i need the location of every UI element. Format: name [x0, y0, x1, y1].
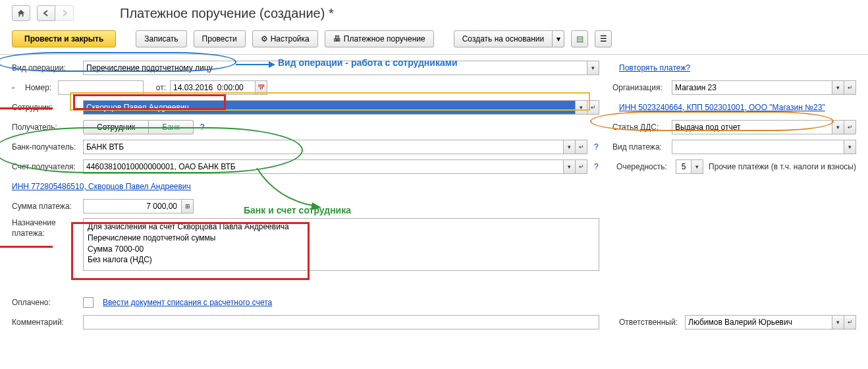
- paid-checkbox[interactable]: [83, 297, 94, 308]
- amount-calc[interactable]: ⊞: [182, 199, 194, 213]
- date-label: от:: [144, 83, 170, 92]
- employee-dropdown[interactable]: ▾: [576, 100, 587, 115]
- repeat-payment-link[interactable]: Повторять платеж?: [619, 63, 690, 72]
- bank-open[interactable]: ↵: [576, 140, 587, 154]
- priority-field[interactable]: [676, 159, 692, 174]
- recipient-tab-employee[interactable]: Сотрудник: [83, 120, 149, 134]
- bank-dropdown[interactable]: ▾: [564, 140, 576, 154]
- priority-dropdown[interactable]: ▾: [692, 159, 703, 174]
- op-type-label: Вид операции:: [12, 63, 83, 72]
- employee-label: Сотрудник:: [12, 103, 83, 112]
- amount-field[interactable]: [83, 199, 182, 213]
- account-label: Счет получателя:: [12, 162, 83, 171]
- responsible-field[interactable]: [685, 315, 832, 329]
- recipient-label: Получатель:: [12, 123, 83, 132]
- account-open[interactable]: ↵: [576, 159, 587, 174]
- document-icon: ▤: [576, 34, 583, 43]
- org-dropdown[interactable]: ▾: [832, 80, 844, 95]
- bank-help[interactable]: ?: [594, 142, 599, 152]
- list-icon: ☰: [600, 34, 607, 43]
- gear-icon: ⚙: [261, 34, 268, 43]
- submit-close-button[interactable]: Провести и закрыть: [12, 30, 116, 47]
- bank-label: Банк-получатель:: [12, 142, 83, 152]
- op-type-field[interactable]: [83, 61, 587, 75]
- paid-label: Оплачено:: [12, 298, 83, 307]
- employee-field[interactable]: [83, 100, 576, 115]
- org-label: Организация:: [612, 83, 672, 92]
- org-open[interactable]: ↵: [844, 80, 856, 95]
- org-inn-link[interactable]: ИНН 5023240664, КПП 502301001, ООО "Мага…: [619, 103, 825, 112]
- employee-inn-link[interactable]: ИНН 772805486510, Скворцов Павел Андреев…: [12, 182, 191, 191]
- account-dropdown[interactable]: ▾: [564, 159, 576, 174]
- org-field[interactable]: [672, 80, 832, 95]
- responsible-label: Ответственный:: [619, 318, 685, 327]
- dds-open[interactable]: ↵: [844, 120, 856, 134]
- back-button[interactable]: [37, 5, 55, 21]
- recipient-tab-bank[interactable]: Банк: [149, 120, 193, 134]
- priority-label: Очередность:: [616, 162, 676, 171]
- account-field[interactable]: [83, 159, 564, 174]
- payment-order-button[interactable]: 🖶 Платежное поручение: [325, 30, 434, 47]
- home-button[interactable]: [12, 5, 30, 21]
- doc-icon: ▫: [12, 83, 25, 92]
- page-title: Платежное поручение (создание) *: [120, 6, 334, 21]
- dds-field[interactable]: [672, 120, 832, 134]
- settings-button[interactable]: ⚙ Настройка: [252, 30, 318, 47]
- number-label: Номер:: [25, 83, 58, 92]
- create-based-dropdown[interactable]: ▾: [553, 30, 564, 47]
- dds-dropdown[interactable]: ▾: [832, 120, 844, 134]
- employee-open[interactable]: ↵: [587, 100, 599, 115]
- submit-button[interactable]: Провести: [194, 30, 246, 47]
- printer-icon: 🖶: [333, 34, 341, 43]
- report-button[interactable]: ▤: [571, 30, 588, 47]
- save-button[interactable]: Записать: [136, 30, 186, 47]
- date-field[interactable]: [170, 80, 256, 95]
- paid-link[interactable]: Ввести документ списания с расчетного сч…: [103, 298, 272, 307]
- purpose-field[interactable]: [83, 218, 599, 271]
- payment-type-dropdown[interactable]: ▾: [844, 140, 856, 154]
- comment-label: Комментарий:: [12, 318, 83, 327]
- create-based-button[interactable]: Создать на основании: [454, 30, 553, 47]
- bank-field[interactable]: [83, 140, 564, 154]
- recipient-help[interactable]: ?: [200, 123, 205, 132]
- purpose-label: Назначение платежа:: [12, 218, 83, 239]
- forward-button[interactable]: [55, 5, 74, 21]
- responsible-open[interactable]: ↵: [844, 315, 856, 329]
- account-help[interactable]: ?: [594, 162, 599, 171]
- op-type-dropdown[interactable]: ▾: [587, 61, 599, 75]
- amount-label: Сумма платежа:: [12, 202, 83, 211]
- number-field[interactable]: [58, 80, 144, 95]
- priority-desc: Прочие платежи (в т.ч. налоги и взносы): [709, 162, 856, 171]
- dds-label: Статья ДДС:: [612, 123, 672, 132]
- list-button[interactable]: ☰: [595, 30, 612, 47]
- date-picker-button[interactable]: 📅: [256, 80, 267, 95]
- comment-field[interactable]: [83, 315, 599, 329]
- payment-type-field[interactable]: [672, 140, 844, 154]
- responsible-dropdown[interactable]: ▾: [832, 315, 844, 329]
- payment-type-label: Вид платежа:: [612, 142, 672, 152]
